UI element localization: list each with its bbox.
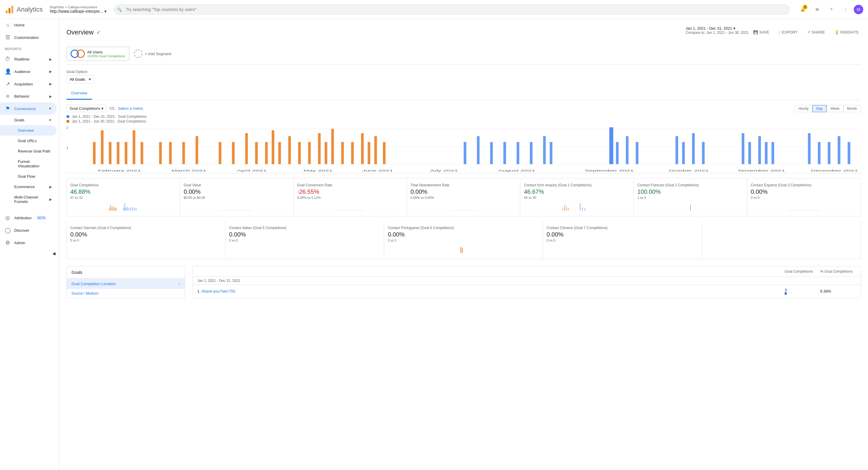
- stat-card-2[interactable]: Goal Conversion Rate -26.55% 0.09% vs 0.…: [294, 178, 407, 216]
- segment-all-users[interactable]: All Users +0.00% Goal Completions: [66, 46, 129, 61]
- svg-rect-35: [383, 142, 385, 164]
- sidebar-item-goal-flow[interactable]: Goal Flow: [0, 171, 57, 182]
- sidebar-item-behavior[interactable]: ≡ Behavior ▶: [0, 90, 57, 102]
- save-button[interactable]: 💾 SAVE: [751, 28, 772, 36]
- sidebar-collapse-button[interactable]: ◀: [0, 249, 59, 258]
- chevron-left-icon: ◀: [53, 251, 56, 256]
- segment-bar: All Users +0.00% Goal Completions + Add …: [66, 43, 861, 65]
- month-button[interactable]: Month: [843, 105, 861, 112]
- sidebar-item-reverse-goal-path[interactable]: Reverse Goal Path: [0, 146, 57, 156]
- sidebar-item-discover[interactable]: ◯ Discover: [0, 224, 57, 237]
- sidebar-item-audience[interactable]: 👤 Audience ▶: [0, 65, 57, 78]
- stat-card-r2-3[interactable]: Contact Chinese (Goal 7 Completions) 0.0…: [543, 221, 702, 259]
- sidebar-item-ecommerce[interactable]: Ecommerce ▶: [0, 182, 57, 192]
- share-button[interactable]: ↗ SHARE: [805, 28, 827, 36]
- export-button[interactable]: ↑ EXPORT: [776, 28, 800, 36]
- svg-rect-60: [838, 136, 840, 164]
- sidebar-item-realtime[interactable]: ⏱ Realtime ▶: [0, 53, 57, 65]
- stat-card-3[interactable]: Total Abandonment Rate 0.00% 0.00% vs 0.…: [407, 178, 520, 216]
- source-medium-link[interactable]: Source / Medium: [67, 289, 185, 298]
- stat-card-4[interactable]: Contact form enquiry (Goal 1 Completions…: [520, 178, 633, 216]
- avatar[interactable]: M: [854, 5, 863, 14]
- more-icon: ⋮: [844, 7, 847, 11]
- search-input[interactable]: [114, 4, 790, 14]
- day-button[interactable]: Day: [812, 105, 827, 112]
- goal-option-label: Goal Option:: [66, 69, 861, 74]
- help-button[interactable]: ?: [825, 4, 837, 15]
- stat-compare: 2 vs 2: [388, 239, 539, 242]
- stat-sparkline: [547, 245, 698, 254]
- sidebar-item-goals[interactable]: Goals ▼: [0, 115, 57, 125]
- notification-button[interactable]: 🔔 1: [797, 4, 809, 15]
- apps-button[interactable]: ⊞: [811, 4, 823, 15]
- sidebar-item-multi-channel[interactable]: Multi-Channel Funnels ▶: [0, 192, 57, 207]
- sidebar-item-funnel-visualization[interactable]: Funnel Visualization: [0, 156, 57, 171]
- svg-rect-75: [112, 207, 112, 211]
- svg-rect-86: [132, 207, 133, 211]
- realtime-icon: ⏱: [5, 56, 11, 62]
- stat-card-r2-2[interactable]: Contact Portuguese (Goal 6 Completions) …: [384, 221, 543, 259]
- select-metric-link[interactable]: Select a metric: [118, 106, 143, 111]
- stat-card-0[interactable]: Goal Completions 46.88% 47 vs 32: [67, 178, 180, 216]
- segment-sub: +0.00% Goal Completions: [87, 54, 125, 58]
- insights-button[interactable]: 💡 INSIGHTS: [832, 28, 861, 36]
- add-segment-button[interactable]: + Add Segment: [134, 50, 171, 58]
- legend-dot-blue: [66, 115, 69, 118]
- stat-value: 100.00%: [637, 188, 743, 195]
- svg-rect-14: [169, 142, 172, 164]
- sidebar-item-admin[interactable]: ⚙ Admin: [0, 237, 57, 249]
- svg-rect-59: [828, 142, 830, 164]
- goal-list-item-completion-location[interactable]: Goal Completion Location ›: [67, 279, 185, 289]
- stat-label: Contact Espanol (Goal 3 Completions): [751, 183, 857, 187]
- account-url[interactable]: http://www.calliope-interpre... ▾: [50, 9, 106, 14]
- more-button[interactable]: ⋮: [839, 4, 851, 15]
- stat-compare: $0.00 vs $0.00: [184, 196, 289, 199]
- notification-badge: 1: [803, 5, 807, 9]
- goal-option-select[interactable]: All Goals: [66, 75, 94, 84]
- behavior-icon: ≡: [5, 93, 11, 99]
- expand-icon-audience: ▶: [49, 69, 52, 73]
- svg-rect-23: [278, 142, 281, 164]
- sidebar-item-home[interactable]: ⌂ Home: [0, 19, 57, 31]
- stat-card-1[interactable]: Goal Value 0.00% $0.00 vs $0.00: [180, 178, 293, 216]
- sidebar-item-conversions[interactable]: ⚑ Conversions ▼: [0, 102, 57, 115]
- svg-rect-2: [11, 6, 13, 13]
- svg-rect-51: [702, 142, 705, 164]
- svg-rect-50: [692, 133, 695, 164]
- svg-rect-87: [134, 208, 135, 211]
- svg-rect-102: [462, 248, 463, 253]
- goal-url-link[interactable]: /thank-you?sid=755: [202, 289, 235, 293]
- sidebar-item-customization[interactable]: ☰ Customization: [0, 31, 57, 43]
- svg-rect-47: [636, 142, 639, 164]
- account-info[interactable]: BrightSite > Calliope-Interpreters http:…: [50, 5, 106, 14]
- stat-compare: 0.00% vs 0.00%: [410, 196, 517, 199]
- metric1-select[interactable]: Goal Completions ▾: [66, 105, 107, 112]
- week-button[interactable]: Week: [827, 105, 843, 112]
- svg-rect-17: [219, 142, 221, 164]
- svg-rect-11: [133, 130, 135, 164]
- date-range-wrapper: Jan 1, 2021 - Dec 31, 2021 ▾ Compare to:…: [686, 26, 748, 35]
- chevron-down-icon: ▾: [733, 26, 735, 31]
- sidebar: ⌂ Home ☰ Customization REPORTS ⏱ Realtim…: [0, 19, 59, 470]
- sidebar-item-goal-urls[interactable]: Goal URLs: [0, 135, 57, 146]
- date-range-selector[interactable]: Jan 1, 2021 - Dec 31, 2021 ▾: [686, 26, 748, 31]
- sidebar-item-attribution[interactable]: ◎ Attribution BETA: [0, 212, 57, 224]
- sidebar-item-acquisition[interactable]: ↗ Acquisition ▶: [0, 78, 57, 90]
- hourly-button[interactable]: Hourly: [795, 105, 812, 112]
- header-actions: 🔔 1 ⊞ ? ⋮ M: [797, 4, 863, 15]
- table-row: 1. /thank-you?sid=755 3 6.38%: [192, 285, 861, 297]
- vs-text: VS.: [109, 106, 115, 111]
- svg-rect-61: [847, 142, 850, 164]
- stat-card-r2-1[interactable]: Contact Italian (Goal 5 Completions) 0.0…: [225, 221, 384, 259]
- svg-rect-54: [758, 136, 761, 164]
- stat-card-r2-0[interactable]: Contact German (Goal 4 Completions) 0.00…: [67, 221, 225, 259]
- goals-section: Goals Goal Completion Location › Source …: [66, 266, 861, 298]
- svg-rect-6: [93, 142, 95, 164]
- stat-sparkline: [184, 202, 289, 211]
- tab-overview[interactable]: Overview: [66, 87, 92, 100]
- stat-sparkline: [410, 202, 517, 211]
- stat-card-6[interactable]: Contact Espanol (Goal 3 Completions) 0.0…: [747, 178, 861, 216]
- stat-card-5[interactable]: Contact Francais (Goal 2 Completions) 10…: [633, 178, 747, 216]
- svg-rect-78: [115, 207, 116, 211]
- sidebar-item-overview[interactable]: Overview: [0, 125, 57, 135]
